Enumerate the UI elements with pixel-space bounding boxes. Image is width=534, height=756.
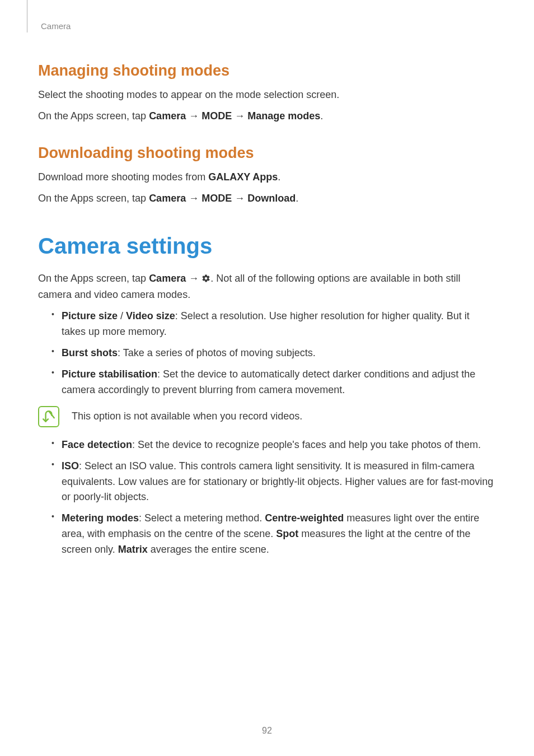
text: averages the entire scene.	[148, 544, 269, 555]
text: Download more shooting modes from	[38, 171, 208, 183]
text: .	[278, 171, 280, 183]
gear-icon	[202, 272, 210, 288]
list-item: Picture stabilisation: Set the device to…	[51, 367, 496, 398]
list-item: Burst shots: Take a series of photos of …	[51, 346, 496, 361]
arrow-text: →	[232, 193, 247, 204]
bullet-list: Picture size / Video size: Select a reso…	[51, 309, 496, 398]
text: : Select an ISO value. This controls cam…	[62, 460, 493, 503]
bold-text: Picture size	[62, 310, 118, 321]
text: On the Apps screen, tap	[38, 110, 149, 122]
text: : Select a metering method.	[139, 512, 265, 524]
arrow-text: →	[186, 273, 202, 284]
bold-text: Matrix	[118, 544, 148, 555]
bold-text: Camera	[149, 193, 186, 204]
text: : Take a series of photos of moving subj…	[118, 347, 316, 358]
list-item: Picture size / Video size: Select a reso…	[51, 309, 496, 340]
section-downloading-modes: Downloading shooting modes Download more…	[38, 144, 496, 207]
list-item: Metering modes: Select a metering method…	[51, 511, 496, 558]
bold-text: ISO	[62, 460, 79, 472]
breadcrumb: Camera	[41, 21, 496, 31]
section-managing-modes: Managing shooting modes Select the shoot…	[38, 62, 496, 124]
bold-text: Camera	[149, 110, 186, 122]
text: On the Apps screen, tap	[38, 193, 149, 204]
body-text: Select the shooting modes to appear on t…	[38, 87, 496, 103]
body-text: On the Apps screen, tap Camera → . Not a…	[38, 271, 496, 304]
bold-text: MODE	[202, 110, 232, 122]
bold-text: Metering modes	[62, 512, 139, 524]
heading-camera-settings: Camera settings	[38, 234, 496, 259]
note-icon	[38, 406, 59, 427]
heading-managing-modes: Managing shooting modes	[38, 62, 496, 80]
text: : Set the device to recognize people's f…	[132, 439, 481, 450]
arrow-text: →	[186, 110, 202, 122]
bold-text: Manage modes	[247, 110, 320, 122]
list-item: ISO: Select an ISO value. This controls …	[51, 459, 496, 506]
bold-text: Download	[247, 193, 296, 204]
text: On the Apps screen, tap	[38, 273, 149, 284]
text: /	[118, 310, 126, 321]
bold-text: Centre-weighted	[265, 512, 344, 524]
bold-text: Camera	[149, 273, 186, 284]
bold-text: Face detection	[62, 439, 132, 450]
text: .	[296, 193, 298, 204]
section-camera-settings: Camera settings On the Apps screen, tap …	[38, 234, 496, 558]
document-page: Camera Managing shooting modes Select th…	[0, 0, 534, 756]
header-divider	[27, 0, 27, 32]
arrow-text: →	[186, 193, 202, 204]
note-text: This option is not available when you re…	[72, 410, 302, 422]
bold-text: Video size	[126, 310, 175, 321]
bullet-list: Face detection: Set the device to recogn…	[51, 437, 496, 558]
body-text: On the Apps screen, tap Camera → MODE → …	[38, 191, 496, 207]
bold-text: Spot	[276, 528, 298, 539]
note-callout: This option is not available when you re…	[38, 406, 496, 427]
bold-text: MODE	[202, 193, 232, 204]
page-number: 92	[0, 726, 534, 736]
bold-text: Burst shots	[62, 347, 118, 358]
bold-text: Picture stabilisation	[62, 368, 157, 380]
bold-text: GALAXY Apps	[208, 171, 278, 183]
list-item: Face detection: Set the device to recogn…	[51, 437, 496, 453]
body-text: Download more shooting modes from GALAXY…	[38, 170, 496, 185]
arrow-text: →	[232, 110, 247, 122]
text: .	[320, 110, 323, 122]
body-text: On the Apps screen, tap Camera → MODE → …	[38, 109, 496, 124]
heading-downloading-modes: Downloading shooting modes	[38, 144, 496, 162]
